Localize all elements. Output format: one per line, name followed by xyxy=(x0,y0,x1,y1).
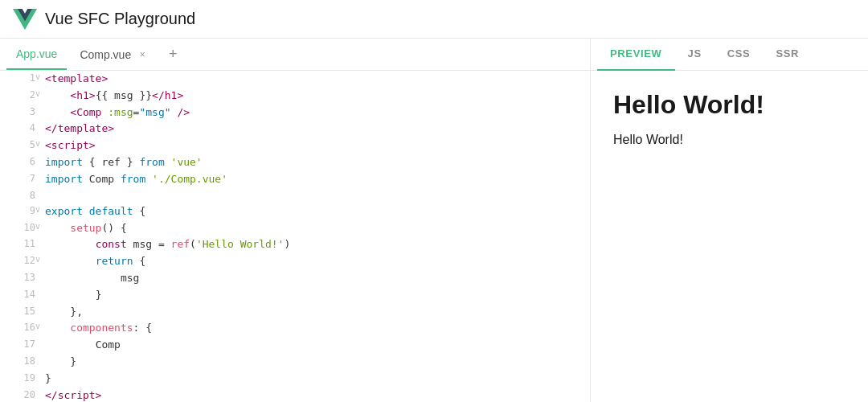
app-title: Vue SFC Playground xyxy=(45,10,195,28)
line-number: 4 xyxy=(0,121,35,137)
tab-preview-label: PREVIEW xyxy=(610,47,662,59)
line-content: <h1>{{ msg }}</h1> xyxy=(45,88,590,105)
table-row: 6 import { ref } from 'vue' xyxy=(0,154,590,171)
line-content: setup() { xyxy=(45,220,590,237)
preview-content: Hello World! Hello World! xyxy=(591,71,868,402)
line-number: 15 xyxy=(0,304,35,321)
line-number: 10 xyxy=(0,220,35,237)
line-content: import { ref } from 'vue' xyxy=(45,154,590,171)
preview-heading: Hello World! xyxy=(613,90,845,120)
line-fold xyxy=(35,304,45,321)
tab-comp-vue-label: Comp.vue xyxy=(80,48,131,61)
line-content: return { xyxy=(45,253,590,270)
line-number: 9 xyxy=(0,203,35,220)
line-content: Comp xyxy=(45,337,590,354)
tab-comp-vue[interactable]: Comp.vue × xyxy=(70,39,158,70)
table-row: 12 v return { xyxy=(0,253,590,270)
line-content: import Comp from './Comp.vue' xyxy=(45,171,590,188)
tab-ssr-label: SSR xyxy=(776,47,799,59)
line-fold: v xyxy=(35,137,45,154)
line-content: } xyxy=(45,371,590,388)
table-row: 11 const msg = ref('Hello World!') xyxy=(0,236,590,253)
line-number: 13 xyxy=(0,270,35,287)
line-number: 7 xyxy=(0,171,35,188)
line-content: <template> xyxy=(45,71,590,88)
app-header: Vue SFC Playground xyxy=(0,0,868,39)
table-row: 16 v components: { xyxy=(0,320,590,337)
line-content: </template> xyxy=(45,121,590,137)
line-number: 1 xyxy=(0,71,35,88)
table-row: 10 v setup() { xyxy=(0,220,590,237)
line-number: 8 xyxy=(0,188,35,203)
vue-logo-icon xyxy=(13,7,37,31)
logo: Vue SFC Playground xyxy=(13,7,195,31)
table-row: 8 xyxy=(0,188,590,203)
line-fold: v xyxy=(35,320,45,337)
table-row: 1 v <template> xyxy=(0,71,590,88)
line-fold: v xyxy=(35,220,45,237)
line-fold xyxy=(35,354,45,371)
line-fold xyxy=(35,371,45,388)
line-number: 17 xyxy=(0,337,35,354)
preview-panel: PREVIEW JS CSS SSR Hello World! Hello Wo… xyxy=(591,39,868,402)
line-fold xyxy=(35,105,45,121)
line-number: 16 xyxy=(0,320,35,337)
line-content: export default { xyxy=(45,203,590,220)
tab-js-label: JS xyxy=(688,47,702,59)
line-number: 12 xyxy=(0,253,35,270)
tab-js[interactable]: JS xyxy=(675,39,714,71)
preview-tabs: PREVIEW JS CSS SSR xyxy=(591,39,868,71)
line-content xyxy=(45,188,590,203)
line-fold xyxy=(35,337,45,354)
table-row: 17 Comp xyxy=(0,337,590,354)
tab-add-icon: + xyxy=(169,46,178,63)
code-table: 1 v <template> 2 v <h1>{{ msg }}</h1> 3 … xyxy=(0,71,590,402)
line-number: 6 xyxy=(0,154,35,171)
table-row: 4 </template> xyxy=(0,121,590,137)
line-number: 18 xyxy=(0,354,35,371)
line-content: </script> xyxy=(45,388,590,402)
tab-app-vue-label: App.vue xyxy=(16,47,57,60)
line-content: const msg = ref('Hello World!') xyxy=(45,236,590,253)
table-row: 20 </script> xyxy=(0,388,590,402)
line-content: <Comp :msg="msg" /> xyxy=(45,105,590,121)
line-content: }, xyxy=(45,304,590,321)
line-fold xyxy=(35,171,45,188)
table-row: 7 import Comp from './Comp.vue' xyxy=(0,171,590,188)
line-content: components: { xyxy=(45,320,590,337)
tab-ssr[interactable]: SSR xyxy=(763,39,812,71)
code-editor[interactable]: 1 v <template> 2 v <h1>{{ msg }}</h1> 3 … xyxy=(0,71,590,402)
line-fold xyxy=(35,188,45,203)
line-fold: v xyxy=(35,203,45,220)
main-layout: App.vue Comp.vue × + 1 v <template> 2 v … xyxy=(0,39,868,402)
line-fold xyxy=(35,154,45,171)
table-row: 5 v <script> xyxy=(0,137,590,154)
line-number: 2 xyxy=(0,88,35,105)
line-content: msg xyxy=(45,270,590,287)
tab-comp-vue-close[interactable]: × xyxy=(136,48,149,61)
tab-css-label: CSS xyxy=(727,47,751,59)
line-content: } xyxy=(45,287,590,304)
line-fold: v xyxy=(35,253,45,270)
tab-app-vue[interactable]: App.vue xyxy=(6,39,67,70)
line-number: 19 xyxy=(0,371,35,388)
line-fold xyxy=(35,121,45,137)
line-content: <script> xyxy=(45,137,590,154)
table-row: 3 <Comp :msg="msg" /> xyxy=(0,105,590,121)
table-row: 14 } xyxy=(0,287,590,304)
line-content: } xyxy=(45,354,590,371)
line-fold xyxy=(35,287,45,304)
tab-css[interactable]: CSS xyxy=(714,39,764,71)
editor-tabs: App.vue Comp.vue × + xyxy=(0,39,590,71)
table-row: 15 }, xyxy=(0,304,590,321)
tab-preview[interactable]: PREVIEW xyxy=(597,39,675,71)
line-fold xyxy=(35,270,45,287)
line-fold: v xyxy=(35,88,45,105)
table-row: 13 msg xyxy=(0,270,590,287)
editor-panel: App.vue Comp.vue × + 1 v <template> 2 v … xyxy=(0,39,591,402)
table-row: 18 } xyxy=(0,354,590,371)
preview-paragraph: Hello World! xyxy=(613,133,845,147)
tab-add-button[interactable]: + xyxy=(162,43,184,66)
line-fold: v xyxy=(35,71,45,88)
line-number: 20 xyxy=(0,388,35,402)
